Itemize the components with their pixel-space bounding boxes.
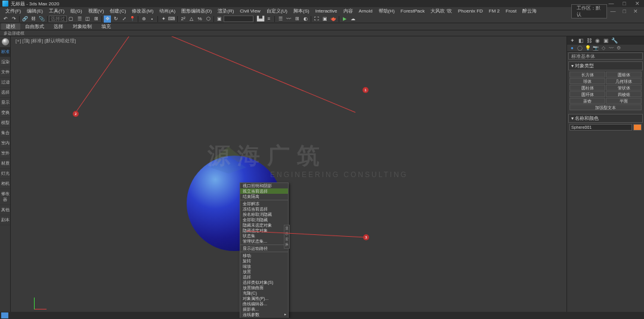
ctx-rotate[interactable]: 旋转 (240, 258, 288, 264)
tab-freeform[interactable]: 自由形式 (20, 23, 49, 30)
ctx-freeze-selection[interactable]: 冻结当前选择 (240, 206, 288, 212)
keymode-button[interactable]: ⌨ (168, 16, 175, 23)
sidebar-tab-light[interactable]: 灯光 (0, 169, 10, 179)
minimize-button[interactable]: — (607, 1, 615, 7)
systems-icon[interactable]: ⚙ (615, 45, 622, 51)
open-online-button[interactable]: ▶ (341, 16, 348, 23)
sidebar-tab-modifier[interactable]: 修改器 (0, 189, 10, 205)
sidebar-tab-model[interactable]: 模型 (0, 118, 10, 128)
ctx-end-isolate[interactable]: 结束隔离 (240, 194, 288, 199)
window-crossing-button[interactable]: ⊞ (92, 16, 100, 23)
menu-animation[interactable]: 动画(A) (156, 8, 178, 14)
render-frame-button[interactable]: ▣ (321, 16, 329, 23)
btn-textplus[interactable]: 加强型文本 (569, 104, 642, 110)
ctx-hide-unselected[interactable]: 隐藏未选定对象 (240, 222, 288, 228)
modify-tab[interactable]: ◧ (577, 38, 584, 44)
cameras-icon[interactable]: 📷 (592, 45, 599, 51)
sidebar-tab-file[interactable]: 文件 (0, 67, 10, 78)
snap-button[interactable]: 2² (179, 16, 187, 23)
doc-close-button[interactable]: ✕ (630, 8, 642, 14)
ctx-object-properties[interactable]: 对象属性(P)... (240, 296, 288, 301)
sidebar-tab-select[interactable]: 选择 (0, 88, 10, 98)
menu-content[interactable]: 内容 (340, 8, 356, 14)
btn-pyramid[interactable]: 四棱锥 (606, 91, 642, 97)
menu-create[interactable]: 创建(C) (107, 8, 129, 14)
maximize-button[interactable]: □ (620, 1, 628, 7)
sidebar-tab-standard[interactable]: 标准 (0, 47, 10, 57)
tab-objectpaint[interactable]: 对象绘制 (68, 23, 97, 30)
curve-editor-button[interactable]: 〰 (285, 16, 292, 23)
sidebar-tab-camera[interactable]: 相机 (0, 179, 10, 189)
viewport[interactable]: [+] [顶] [标准] [默认明暗处理] 源海广筑 ENGINEERING C… (11, 36, 566, 318)
tab-modeling[interactable]: 建模 (1, 23, 20, 30)
pivot-button[interactable]: • (148, 16, 156, 23)
geometry-icon[interactable]: ● (569, 45, 575, 51)
hierarchy-tab[interactable]: ⛓ (586, 38, 593, 44)
menu-zuiyunhai[interactable]: 醉云海 (519, 8, 540, 14)
percent-snap-button[interactable]: % (196, 16, 203, 23)
sidebar-tab-display[interactable]: 显示 (0, 98, 10, 108)
schematic-view-button[interactable]: ⊞ (293, 16, 301, 23)
ctx-select-similar[interactable]: 选择类似对象(S) (240, 280, 288, 285)
tab-selection[interactable]: 选择 (49, 23, 68, 30)
menu-frost[interactable]: Frost (503, 8, 519, 14)
sidebar-tab-material[interactable]: 材质 (0, 159, 10, 169)
manipulate-button[interactable]: ✦ (160, 16, 167, 23)
object-name-input[interactable] (569, 124, 632, 131)
ctx-viewport-lighting[interactable]: 视口照明和阴影 (240, 183, 288, 188)
menu-civilview[interactable]: Civil View (237, 8, 264, 14)
selection-filter[interactable] (49, 16, 67, 22)
rotate-button[interactable]: ↻ (112, 16, 119, 23)
sidebar-tab-filter[interactable]: 过滤 (0, 78, 10, 88)
sphere-primitive-icon[interactable] (0, 36, 11, 47)
btn-sphere[interactable]: 球体 (569, 78, 605, 84)
link-button[interactable]: 🔗 (21, 16, 29, 23)
doc-min-button[interactable]: — (607, 8, 620, 14)
named-selection-input[interactable] (224, 16, 253, 22)
menu-view[interactable]: 视图(V) (85, 8, 107, 14)
material-editor-button[interactable]: ◐ (302, 16, 309, 23)
menu-group[interactable]: 组(G) (67, 8, 85, 14)
menu-tools[interactable]: 工具(T) (46, 8, 67, 14)
viewport-label[interactable]: [+] [顶] [标准] [默认明暗处理] (16, 38, 76, 44)
undo-button[interactable]: ↶ (2, 16, 9, 23)
cloud-button[interactable]: ☁ (349, 16, 357, 23)
sidebar-tab-script[interactable]: 剧本 (0, 215, 10, 225)
menu-forestpack[interactable]: ForestPack (398, 8, 428, 14)
btn-geosphere[interactable]: 几何球体 (606, 78, 642, 84)
ctx-curve-editor[interactable]: 曲线编辑器... (240, 301, 288, 306)
move-button[interactable]: ✥ (104, 16, 111, 23)
menu-dafengchui[interactable]: 大风吹 '吹 (428, 8, 455, 14)
select-button[interactable]: ▢ (67, 16, 75, 23)
sidebar-tab-indoor[interactable]: 室内 (0, 138, 10, 148)
render-setup-button[interactable]: ⛶ (313, 16, 320, 23)
menu-rendering[interactable]: 渲染(R) (215, 8, 237, 14)
ctx-move[interactable]: 移动 (240, 253, 288, 258)
maxscript-button[interactable] (1, 312, 8, 318)
ctx-unhide-all[interactable]: 全部取消隐藏 (240, 217, 288, 222)
layers-button[interactable]: ☰ (277, 16, 284, 23)
btn-box[interactable]: 长方体 (569, 72, 605, 78)
tab-populate[interactable]: 填充 (97, 23, 116, 30)
close-button[interactable]: ✕ (633, 1, 642, 7)
refcoord-button[interactable]: ⊕ (140, 16, 147, 23)
menu-edit[interactable]: 编辑(E) (24, 8, 46, 14)
ctx-place[interactable]: 放置 (240, 269, 288, 274)
menu-fm2[interactable]: FM 2 (486, 8, 503, 14)
sidebar-tab-transform[interactable]: 变换 (0, 108, 10, 118)
motion-tab[interactable]: ◉ (594, 38, 601, 44)
ctx-dope-sheet[interactable]: 摄影表... (240, 306, 288, 312)
shapes-icon[interactable]: ◯ (577, 45, 583, 51)
name-color-header[interactable]: ▾ 名称和颜色 (568, 114, 643, 123)
spacewarps-icon[interactable]: 〰 (608, 45, 614, 51)
place-button[interactable]: 📍 (129, 16, 136, 23)
sidebar-tab-other[interactable]: 其他 (0, 205, 10, 215)
helpers-icon[interactable]: ◇ (600, 45, 606, 51)
display-tab[interactable]: ▣ (602, 38, 609, 44)
named-selection-button[interactable]: ▣ (216, 16, 223, 23)
ctx-select[interactable]: 选择 (240, 274, 288, 280)
object-color-swatch[interactable] (633, 124, 642, 131)
menu-customize[interactable]: 自定义(U) (264, 8, 290, 14)
lights-icon[interactable]: 💡 (584, 45, 591, 51)
object-type-header[interactable]: ▾ 对象类型 (568, 61, 643, 70)
